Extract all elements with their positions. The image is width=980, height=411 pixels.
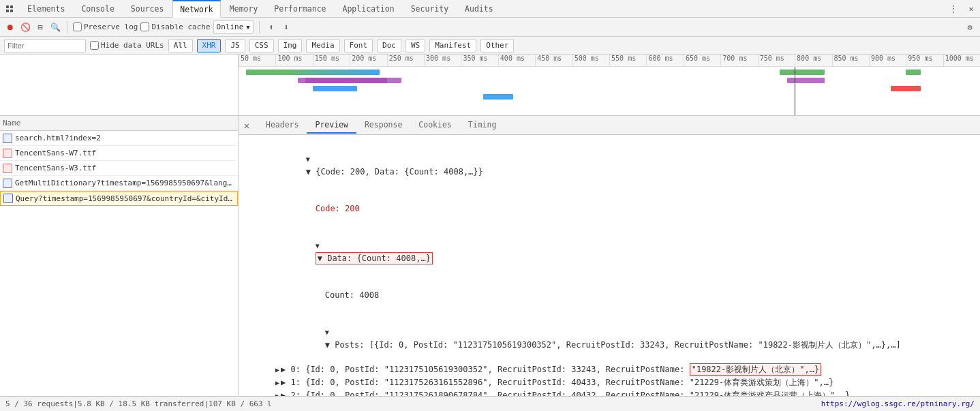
throttle-select[interactable]: Online ▼	[213, 20, 254, 34]
request-icon-0	[3, 134, 12, 143]
filter-tag-css[interactable]: CSS	[249, 39, 274, 52]
request-name-3: GetMultiDictionary?timestamp=15699859506…	[15, 179, 235, 187]
json-root[interactable]: ▼ {Code: 200, Data: {Count: 4008,…}}	[247, 140, 972, 190]
request-name-2: TencentSans-W3.ttf	[15, 164, 235, 172]
request-item-2[interactable]: TencentSans-W3.ttf	[0, 161, 238, 176]
filter-tag-all[interactable]: All	[168, 39, 193, 52]
ruler-tick-0: 50 ms	[239, 55, 275, 66]
search-button[interactable]: 🔍	[49, 21, 61, 33]
request-item-1[interactable]: TencentSans-W7.ttf	[0, 146, 238, 161]
disable-cache-checkbox[interactable]: Disable cache	[140, 22, 210, 31]
panel-tab-timing[interactable]: Timing	[460, 117, 505, 134]
ruler-tick-2: 150 ms	[313, 55, 350, 66]
panel-tabs: ✕ Headers Preview Response Cookies Timin…	[239, 116, 980, 135]
json-code: Code: 200	[247, 190, 972, 227]
settings-button[interactable]: ⚙	[964, 21, 976, 33]
tab-memory[interactable]: Memory	[222, 0, 266, 18]
left-panel: Name search.html?index=2 TencentSans-W7.…	[0, 116, 239, 411]
devtools-tabs: Elements Console Sources Network Memory …	[0, 0, 980, 18]
network-toolbar: ⏺ 🚫 ⊟ 🔍 Preserve log Disable cache Onlin…	[0, 18, 980, 37]
timeline-ruler-area: 50 ms 100 ms 150 ms 200 ms 250 ms 300 ms…	[239, 55, 980, 115]
tab-application[interactable]: Application	[335, 0, 402, 18]
tab-sources[interactable]: Sources	[123, 0, 171, 18]
request-icon-4	[3, 194, 13, 203]
filter-tag-ws[interactable]: WS	[405, 39, 425, 52]
waterfall-area	[239, 67, 980, 115]
throttle-chevron: ▼	[246, 24, 249, 31]
devtools-icon	[5, 5, 14, 13]
more-tabs-button[interactable]: ⋮	[947, 3, 960, 15]
posts-expand[interactable]	[325, 327, 331, 337]
filter-tag-other[interactable]: Other	[480, 39, 514, 52]
svg-rect-1	[10, 5, 13, 8]
ruler-tick-15: 800 ms	[795, 55, 831, 66]
svg-rect-2	[6, 10, 9, 12]
ruler-tick-10: 550 ms	[609, 55, 646, 66]
panel-tab-preview[interactable]: Preview	[307, 117, 356, 134]
status-sep1: |	[73, 399, 78, 408]
status-url: https://wglog.ssgc.re/ptninary.rg/	[821, 399, 975, 408]
svg-rect-3	[10, 10, 13, 12]
preserve-log-checkbox[interactable]: Preserve log	[73, 22, 138, 31]
main-container: Name search.html?index=2 TencentSans-W7.…	[0, 116, 980, 411]
panel-tab-cookies[interactable]: Cookies	[410, 117, 459, 134]
json-post-0[interactable]: ▶ 0: {Id: 0, PostId: "112317510561930035…	[247, 363, 972, 376]
filter-tag-doc[interactable]: Doc	[377, 39, 401, 52]
request-list: search.html?index=2 TencentSans-W7.ttf T…	[0, 131, 239, 411]
filter-tag-xhr[interactable]: XHR	[197, 39, 221, 52]
tab-security[interactable]: Security	[403, 0, 456, 18]
request-item-3[interactable]: GetMultiDictionary?timestamp=15699859506…	[0, 176, 238, 191]
svg-rect-0	[6, 5, 9, 8]
record-button[interactable]: ⏺	[4, 21, 16, 33]
request-name-4: Query?timestamp=1569985950697&countryId=…	[16, 194, 234, 203]
panel-tab-response[interactable]: Response	[356, 117, 410, 134]
filter-tag-js[interactable]: JS	[225, 39, 245, 52]
timeline-area: 50 ms 100 ms 150 ms 200 ms 250 ms 300 ms…	[0, 55, 980, 116]
filter-bar: Hide data URLs All XHR JS CSS Img Media …	[0, 37, 980, 55]
tab-performance[interactable]: Performance	[266, 0, 333, 18]
panel-tab-headers[interactable]: Headers	[258, 117, 307, 134]
request-icon-2	[3, 164, 12, 173]
json-data-row[interactable]: ▼ Data: {Count: 4008,…}	[247, 227, 972, 277]
ruler-tick-19: 1000 ms	[943, 55, 980, 66]
import-har-button[interactable]: ⬆	[265, 21, 277, 33]
filter-input[interactable]	[4, 39, 86, 52]
json-posts-header[interactable]: ▼ Posts: [{Id: 0, PostId: "1123175105619…	[247, 314, 972, 363]
ruler-tick-13: 700 ms	[720, 55, 757, 66]
ruler-tick-8: 450 ms	[535, 55, 572, 66]
tab-elements[interactable]: Elements	[20, 0, 72, 18]
tab-console[interactable]: Console	[74, 0, 121, 18]
right-panel: ✕ Headers Preview Response Cookies Timin…	[239, 116, 980, 411]
ruler-tick-4: 250 ms	[387, 55, 424, 66]
post-expand-1[interactable]	[275, 378, 281, 387]
tab-network[interactable]: Network	[172, 0, 220, 18]
json-post-1[interactable]: ▶ 1: {Id: 0, PostId: "112317526316155289…	[247, 376, 972, 389]
filter-tag-img[interactable]: Img	[278, 39, 303, 52]
filter-tag-media[interactable]: Media	[306, 39, 339, 52]
ruler-tick-7: 400 ms	[498, 55, 535, 66]
data-expand[interactable]	[316, 241, 321, 250]
request-item-4[interactable]: Query?timestamp=1569985950697&countryId=…	[0, 191, 238, 206]
request-icon-3	[3, 179, 12, 188]
filter-tag-manifest[interactable]: Manifest	[429, 39, 476, 52]
timeline-left-empty	[0, 55, 239, 115]
json-count: Count: 4008	[247, 277, 972, 314]
request-name-0: search.html?index=2	[15, 134, 235, 142]
ruler-tick-17: 900 ms	[869, 55, 906, 66]
request-name-1: TencentSans-W7.ttf	[15, 149, 235, 157]
close-panel-button[interactable]: ✕	[239, 117, 255, 134]
post-expand-0[interactable]	[275, 365, 281, 374]
request-item-0[interactable]: search.html?index=2	[0, 131, 238, 146]
status-transferred: 5.8 KB / 18.5 KB transferred	[78, 399, 204, 408]
tab-audits[interactable]: Audits	[457, 0, 501, 18]
root-expand[interactable]	[306, 154, 311, 164]
export-har-button[interactable]: ⬇	[280, 21, 292, 33]
ruler-tick-6: 350 ms	[461, 55, 497, 66]
hide-data-urls-checkbox[interactable]: Hide data URLs	[90, 41, 164, 50]
status-resources: 107 KB / 663 l	[209, 399, 272, 408]
close-devtools-button[interactable]: ✕	[965, 3, 977, 15]
ruler-tick-12: 650 ms	[684, 55, 720, 66]
clear-button[interactable]: 🚫	[19, 21, 31, 33]
filter-tag-font[interactable]: Font	[344, 39, 373, 52]
filter-button[interactable]: ⊟	[34, 21, 46, 33]
